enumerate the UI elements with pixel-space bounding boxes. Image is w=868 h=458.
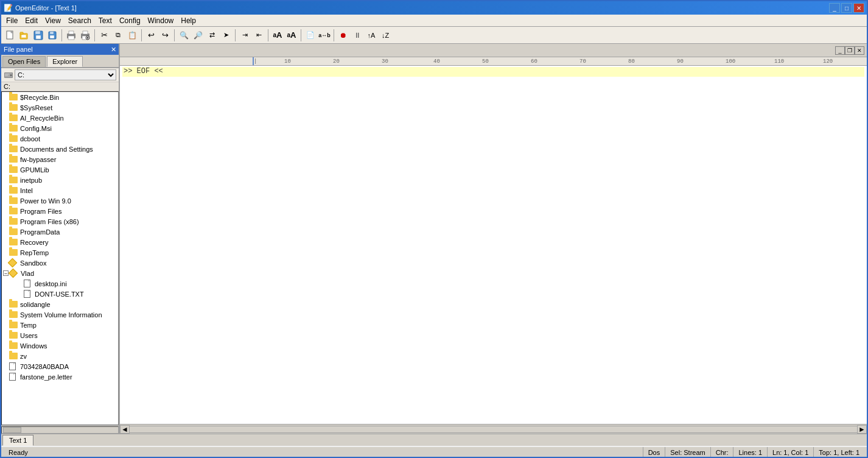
ab-button[interactable]: a↔b [318,29,331,42]
font-smaller-button[interactable]: aA [271,29,284,42]
drive-dropdown[interactable]: C: D: [15,69,116,80]
tree-item-intel[interactable]: Intel [2,185,118,196]
tab-open-files[interactable]: Open Files [2,56,46,67]
cursor-indicator [253,57,254,65]
menu-window[interactable]: Window [144,15,178,26]
redo-button[interactable]: ↪ [158,29,172,42]
status-top: Top: 1, Left: 1 [814,447,864,458]
tree-item-sandbox[interactable]: Sandbox [2,258,118,268]
file-panel-header: File panel ✕ [1,44,119,55]
tree-item-config.msi[interactable]: Config.Msi [2,123,118,133]
find-button[interactable]: 🔍 [177,29,191,42]
cut-button[interactable]: ✂ [97,29,111,42]
tree-item-inetpub[interactable]: inetpub [2,175,118,185]
tree-item-farstone_pe.letter[interactable]: farstone_pe.letter [2,372,118,382]
tree-item-dont-use.txt[interactable]: DONT-USE.TXT [2,289,118,299]
tree-item-zv[interactable]: zv [2,351,118,361]
tree-item-temp[interactable]: Temp [2,320,118,330]
tree-item-gpumlib[interactable]: GPUMLib [2,164,118,175]
editor-horizontal-scrollbar[interactable]: ◄ ► [120,424,867,434]
open-button[interactable] [18,29,31,42]
paste-button[interactable]: 📋 [125,29,139,42]
play-macro-button[interactable]: ⏸ [351,29,364,42]
toolbar-group-case: aA aA [271,29,298,42]
unindent-button[interactable]: ⇤ [252,29,265,42]
maximize-button[interactable]: □ [841,3,852,13]
item-label: dcboot [20,135,40,143]
toolbar-group-undo: ↩ ↪ [144,29,172,42]
copy-button[interactable]: ⧉ [111,29,125,42]
tree-item-703428a0bada[interactable]: 703428A0BADA [2,361,118,372]
folder-icon [9,249,19,256]
tab-explorer[interactable]: Explorer [47,56,83,67]
ruler-mark-20: 20 [333,58,340,65]
tree-item-$recycle.bin[interactable]: $Recycle.Bin [2,92,118,102]
panel-horizontal-scrollbar[interactable] [1,425,119,434]
menu-text[interactable]: Text [95,15,116,26]
tree-item-fw-bypasser[interactable]: fw-bypasser [2,154,118,164]
save-button[interactable] [32,29,45,42]
tree-item-desktop.ini[interactable]: desktop.ini [2,278,118,289]
print-button[interactable] [65,29,78,42]
tree-item-solidangle[interactable]: solidangle [2,299,118,309]
ruler-mark-30: 30 [382,58,388,65]
minimize-button[interactable]: _ [829,3,840,13]
sort-asc-button[interactable]: ↑A [365,29,378,42]
menu-edit[interactable]: Edit [21,15,41,26]
item-label: RepTemp [20,249,49,256]
tree-item-ai_recyclebin[interactable]: AI_RecycleBin [2,113,118,123]
find-next-button[interactable]: 🔎 [191,29,205,42]
tree-item-system-volume-information[interactable]: System Volume Information [2,309,118,320]
tree-item-documents-and-settings[interactable]: Documents and Settings [2,144,118,154]
expand-icon[interactable]: − [3,270,9,276]
item-label: Intel [20,187,33,194]
font-larger-button[interactable]: aA [285,29,298,42]
menu-view[interactable]: View [41,15,65,26]
mdi-minimize-button[interactable]: _ [835,46,845,55]
item-label: inetpub [20,177,42,184]
separator-2 [94,29,95,41]
mdi-restore-button[interactable]: ❐ [845,46,855,55]
svg-rect-6 [36,35,41,39]
save-all-button[interactable] [46,29,59,42]
goto-button[interactable]: ➤ [219,29,233,42]
editor-tab-text1[interactable]: Text 1 [2,435,33,446]
close-button[interactable]: ✕ [853,3,864,13]
mdi-close-button[interactable]: ✕ [855,46,864,55]
tree-item-program-files[interactable]: Program Files [2,206,118,216]
tree-item-$sysreset[interactable]: $SysReset [2,102,118,113]
new-button[interactable] [4,29,17,42]
tree-item-users[interactable]: Users [2,330,118,340]
status-lines: Lines: 1 [733,447,768,458]
print-preview-button[interactable] [79,29,92,42]
tree-item-recovery[interactable]: Recovery [2,237,118,247]
toolbar-group-edit: ✂ ⧉ 📋 [97,29,139,42]
file-tree[interactable]: $Recycle.Bin $SysReset AI_RecycleBin Con… [1,91,119,425]
menu-search[interactable]: Search [65,15,95,26]
svg-rect-21 [5,74,9,74]
tree-item-vlad[interactable]: − Vlad [2,268,118,278]
menu-config[interactable]: Config [116,15,144,26]
tree-item-dcboot[interactable]: dcboot [2,133,118,144]
indent-button[interactable]: ⇥ [238,29,251,42]
scroll-left-button[interactable]: ◄ [120,425,130,434]
separator-4 [174,29,175,41]
file-panel-close-button[interactable]: ✕ [111,46,116,54]
menu-file[interactable]: File [2,15,21,26]
record-macro-button[interactable]: ⏺ [337,29,350,42]
menu-help[interactable]: Help [177,15,200,26]
folder-icon [9,114,19,121]
replace-button[interactable]: ⇄ [205,29,219,42]
tree-item-program-files-(x86)[interactable]: Program Files (x86) [2,216,118,227]
tree-item-power-to-win-9.0[interactable]: Power to Win 9.0 [2,196,118,206]
tree-item-programdata[interactable]: ProgramData [2,227,118,237]
bookmark-button[interactable]: 📄 [304,29,317,42]
text-editor[interactable]: >> EOF << [120,66,867,424]
tree-item-windows[interactable]: Windows [2,340,118,351]
sort-desc-button[interactable]: ↓Z [379,29,392,42]
toolbar-group-print [65,29,92,42]
scroll-right-button[interactable]: ► [857,425,867,434]
undo-button[interactable]: ↩ [144,29,158,42]
tree-item-reptemp[interactable]: RepTemp [2,247,118,258]
ruler: | 10 20 30 40 50 60 70 80 90 100 110 120… [120,57,867,66]
